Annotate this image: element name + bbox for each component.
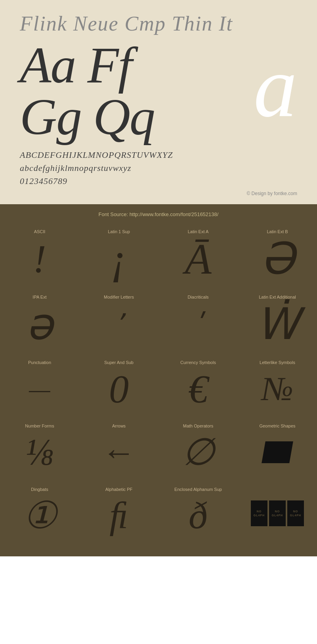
cell-latinextb: Latin Ext B Ə [238, 223, 317, 289]
lowercase-alphabet: abcdefghijklmnopqrstuvwxyz [20, 161, 297, 174]
no-glyph-text-1: NOGL4PH [254, 510, 265, 517]
no-glyph-text-2: NOGL4PH [272, 510, 283, 517]
cell-punctuation: Punctuation — [0, 354, 79, 418]
label-latinexta: Latin Ext A [188, 229, 209, 234]
cell-geoshapes: Geometric Shapes [238, 418, 317, 481]
glyph-ff: Ff [87, 39, 132, 91]
cell-encalphanum: Enclosed Alphanum Sup ð [158, 481, 238, 544]
char-mathops: ∅ [182, 431, 215, 473]
char-ipaext: ə [26, 303, 53, 346]
cell-latinexta: Latin Ext A Ā [158, 223, 238, 289]
char-dingbats: ① [23, 495, 57, 537]
no-glyph-box-1: NOGL4PH [251, 500, 267, 526]
cell-mathops: Math Operators ∅ [158, 418, 238, 481]
label-dingbats: Dingbats [31, 487, 48, 492]
label-diacriticals: Diacriticals [187, 295, 208, 299]
cell-alphapf: Alphabetic PF ﬁ [79, 481, 158, 544]
cell-latin1sup: Latin 1 Sup ¡ [79, 223, 158, 289]
label-latinextadd: Latin Ext Additional [259, 295, 296, 299]
glyph-showcase: Aa Ff Gg Qq a [20, 39, 297, 142]
glyph-aa: Aa [20, 39, 75, 91]
label-letterlike: Letterlike Symbols [260, 360, 295, 365]
label-mathops: Math Operators [183, 424, 213, 428]
char-punctuation: — [29, 368, 50, 410]
char-ascii: ! [33, 237, 46, 281]
char-currency: € [188, 368, 208, 410]
cell-dingbats: Dingbats ① [0, 481, 79, 544]
cell-noglyph: NOGL4PH NOGL4PH NOGL4PH [238, 481, 317, 544]
cell-numberforms: Number Forms ⅛ [0, 418, 79, 481]
uppercase-alphabet: ABCDEFGHIJKLMNOPQRSTUVWXYZ [20, 148, 297, 161]
char-latinextb: Ə [260, 237, 295, 281]
glyph-gg: Gg [20, 91, 81, 142]
bottom-section: Font Source: http://www.fontke.com/font/… [0, 204, 317, 556]
char-modletters: ʼ [115, 303, 123, 346]
glyph-qq: Qq [93, 91, 155, 142]
no-glyph-boxes: NOGL4PH NOGL4PH NOGL4PH [251, 490, 304, 537]
label-latinextb: Latin Ext B [267, 229, 288, 234]
label-ascii: ASCII [34, 229, 46, 234]
label-modletters: Modifier Letters [104, 295, 134, 299]
label-ipaext: IPA Ext [32, 295, 46, 299]
char-latinexta: Ā [185, 237, 211, 281]
cell-latinextadd: Latin Ext Additional Ẇ [238, 289, 317, 354]
label-encalphanum: Enclosed Alphanum Sup [174, 487, 222, 492]
font-source: Font Source: http://www.fontke.com/font/… [0, 208, 317, 223]
cell-diacriticals: Diacriticals ʹ [158, 289, 238, 354]
label-numberforms: Number Forms [25, 424, 54, 428]
top-section: Flink Neue Cmp Thin It Aa Ff Gg Qq a ABC… [0, 0, 317, 204]
no-glyph-box-2: NOGL4PH [269, 500, 286, 526]
char-latin1sup: ¡ [111, 237, 128, 281]
cell-arrows: Arrows ← [79, 418, 158, 481]
cell-ascii: ASCII ! [0, 223, 79, 289]
no-glyph-box-3: NOGL4PH [287, 500, 304, 526]
char-numberforms: ⅛ [25, 431, 53, 473]
label-punctuation: Punctuation [28, 360, 51, 365]
char-supersub: 0 [109, 368, 129, 410]
copyright: © Design by fontke.com [20, 191, 297, 196]
label-currency: Currency Symbols [180, 360, 216, 365]
cell-currency: Currency Symbols € [158, 354, 238, 418]
digits: 0123456789 [20, 174, 297, 188]
label-arrows: Arrows [112, 424, 126, 428]
font-title: Flink Neue Cmp Thin It [20, 12, 297, 35]
no-glyph-text-3: NOGL4PH [290, 510, 301, 517]
label-supersub: Super And Sub [104, 360, 134, 365]
glyph-grid: ASCII ! Latin 1 Sup ¡ Latin Ext A Ā Lati… [0, 223, 317, 544]
char-latinextadd: Ẇ [256, 303, 299, 346]
label-latin1sup: Latin 1 Sup [108, 229, 130, 234]
cell-modletters: Modifier Letters ʼ [79, 289, 158, 354]
char-diacriticals: ʹ [195, 303, 202, 346]
char-letterlike: № [262, 368, 293, 410]
geo-parallelogram [262, 441, 293, 463]
char-alphapf: ﬁ [109, 495, 128, 537]
char-encalphanum: ð [189, 495, 208, 537]
cell-ipaext: IPA Ext ə [0, 289, 79, 354]
label-geoshapes: Geometric Shapes [259, 424, 295, 428]
cell-letterlike: Letterlike Symbols № [238, 354, 317, 418]
label-alphapf: Alphabetic PF [105, 487, 132, 492]
cell-supersub: Super And Sub 0 [79, 354, 158, 418]
char-geoshapes [264, 431, 291, 473]
glyph-accent-a: a [254, 43, 297, 130]
alphabet-section: ABCDEFGHIJKLMNOPQRSTUVWXYZ abcdefghijklm… [20, 148, 297, 188]
char-arrows: ← [102, 431, 136, 473]
